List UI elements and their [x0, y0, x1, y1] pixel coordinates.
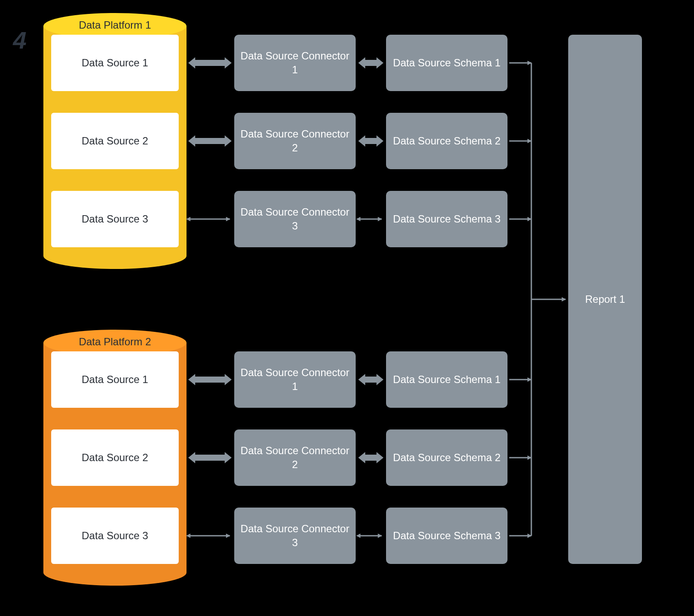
svg-rect-9 [195, 377, 225, 383]
svg-rect-12 [195, 455, 225, 461]
svg-rect-3 [195, 138, 225, 144]
svg-rect-4 [365, 138, 376, 144]
svg-rect-1 [365, 60, 376, 66]
svg-rect-10 [365, 377, 376, 383]
arrow-layer [0, 0, 694, 616]
svg-rect-13 [365, 455, 376, 461]
svg-rect-0 [195, 60, 225, 66]
